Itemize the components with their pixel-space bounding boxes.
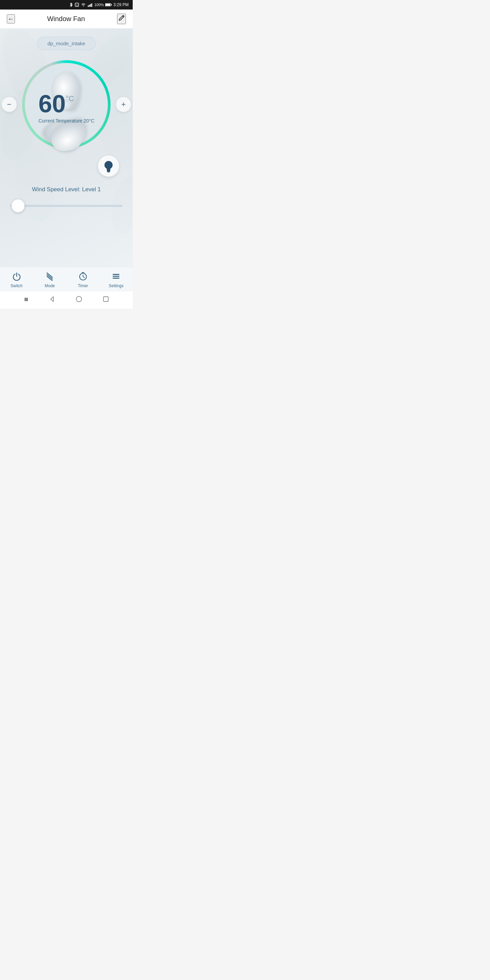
temperature-number: 60 bbox=[38, 92, 66, 116]
svg-point-30 bbox=[76, 296, 82, 302]
mode-badge-area: dp_mode_intake bbox=[0, 29, 133, 57]
temperature-value-group: 60 °C bbox=[38, 92, 94, 116]
recent-apps-icon bbox=[103, 296, 109, 302]
svg-rect-28 bbox=[24, 298, 28, 301]
recent-apps-button[interactable] bbox=[103, 296, 109, 304]
light-toggle-button[interactable] bbox=[98, 156, 119, 177]
svg-line-23 bbox=[83, 277, 84, 278]
power-icon bbox=[12, 272, 21, 281]
status-icons: N 100% 3:29 PM bbox=[69, 2, 129, 7]
back-arrow-icon bbox=[49, 296, 55, 302]
square-button[interactable] bbox=[24, 296, 29, 304]
time-display: 3:29 PM bbox=[113, 2, 129, 7]
svg-rect-16 bbox=[107, 171, 110, 172]
mode-icon bbox=[45, 271, 54, 282]
settings-label: Settings bbox=[109, 283, 124, 288]
back-button[interactable]: ← bbox=[7, 14, 15, 24]
bluetooth-icon bbox=[69, 2, 73, 7]
svg-rect-2 bbox=[88, 5, 89, 7]
edit-button[interactable] bbox=[117, 14, 126, 24]
square-icon bbox=[24, 297, 29, 302]
mode-lines-icon bbox=[45, 272, 54, 281]
battery-icon bbox=[105, 3, 112, 7]
svg-rect-4 bbox=[90, 4, 91, 7]
slider-track bbox=[10, 205, 123, 207]
svg-rect-26 bbox=[113, 276, 119, 277]
clock-icon bbox=[79, 272, 88, 281]
wind-speed-area: Wind Speed Level: Level 1 bbox=[0, 177, 133, 219]
battery-text: 100% bbox=[94, 3, 104, 7]
nav-item-switch[interactable]: Switch bbox=[0, 271, 33, 288]
svg-rect-27 bbox=[113, 278, 119, 279]
temperature-increase-button[interactable]: + bbox=[116, 97, 131, 112]
timer-icon bbox=[79, 271, 88, 282]
svg-rect-31 bbox=[103, 297, 108, 301]
switch-label: Switch bbox=[11, 283, 22, 288]
svg-rect-17 bbox=[108, 172, 110, 172]
svg-text:N: N bbox=[76, 4, 78, 6]
nav-item-settings[interactable]: Settings bbox=[100, 271, 133, 288]
bottom-navigation: Switch Mode Timer bbox=[0, 267, 133, 291]
temperature-unit: °C bbox=[66, 95, 74, 102]
wind-speed-label: Wind Speed Level: Level 1 bbox=[10, 186, 123, 193]
fan-circle: 60 °C Current Temperature 20°C bbox=[22, 60, 111, 149]
slider-thumb[interactable] bbox=[11, 199, 24, 212]
svg-rect-8 bbox=[111, 4, 112, 5]
light-bulb-icon bbox=[103, 159, 114, 172]
nav-item-timer[interactable]: Timer bbox=[66, 271, 100, 288]
svg-rect-3 bbox=[89, 5, 90, 7]
status-bar: N 100% 3:29 PM bbox=[0, 0, 133, 10]
mode-label: Mode bbox=[45, 283, 55, 288]
svg-rect-25 bbox=[113, 274, 119, 275]
edit-icon bbox=[118, 14, 125, 22]
home-circle-icon bbox=[76, 296, 82, 302]
back-system-button[interactable] bbox=[49, 296, 55, 304]
light-button-area bbox=[0, 152, 133, 177]
settings-icon bbox=[111, 271, 121, 282]
header: ← Window Fan bbox=[0, 10, 133, 29]
fan-area: − 60 °C Current Temperature 20°C bbox=[0, 57, 133, 152]
svg-rect-5 bbox=[92, 3, 92, 7]
current-temperature: Current Temperature 20°C bbox=[38, 118, 94, 124]
svg-marker-29 bbox=[51, 297, 53, 301]
temperature-display: 60 °C Current Temperature 20°C bbox=[38, 92, 94, 124]
system-navigation bbox=[0, 291, 133, 309]
svg-rect-7 bbox=[105, 4, 110, 6]
svg-line-9 bbox=[123, 16, 124, 17]
wind-speed-slider[interactable] bbox=[10, 198, 123, 213]
menu-lines-icon bbox=[111, 272, 121, 281]
switch-icon bbox=[12, 271, 21, 282]
nav-item-mode[interactable]: Mode bbox=[33, 271, 67, 288]
page-title: Window Fan bbox=[47, 15, 85, 23]
nfc-icon: N bbox=[75, 2, 79, 7]
mode-badge[interactable]: dp_mode_intake bbox=[37, 37, 96, 50]
signal-icon bbox=[88, 2, 93, 7]
home-button[interactable] bbox=[76, 296, 82, 304]
timer-label: Timer bbox=[78, 283, 88, 288]
wifi-icon bbox=[81, 2, 86, 7]
temperature-decrease-button[interactable]: − bbox=[2, 97, 17, 112]
main-content: dp_mode_intake − 60 °C Current bbox=[0, 29, 133, 267]
